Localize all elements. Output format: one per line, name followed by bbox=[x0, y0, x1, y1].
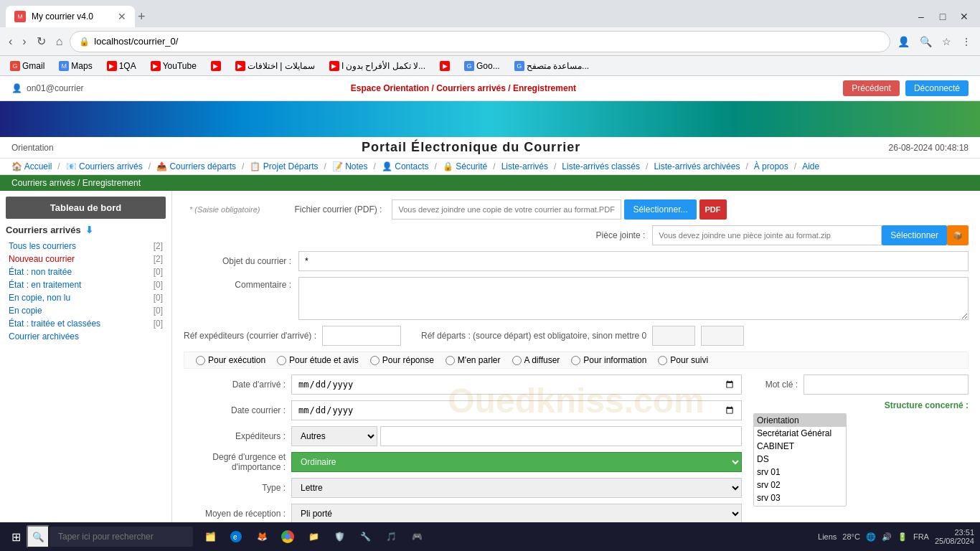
ref-year-input[interactable]: 2024 bbox=[701, 326, 744, 346]
structure-select[interactable]: Orientation Secrétariat Général CABINET … bbox=[753, 413, 847, 507]
radio-pour-reponse[interactable]: Pour réponse bbox=[370, 355, 434, 365]
copie-link[interactable]: En copie bbox=[9, 306, 42, 316]
sidebar-item-non-traite[interactable]: État : non traitée [0] bbox=[6, 265, 166, 278]
expediteurs-text-input[interactable] bbox=[380, 426, 742, 446]
bookmark-help[interactable]: G مساعدة متصفح... bbox=[510, 60, 593, 72]
sidebar-item-nouveau[interactable]: Nouveau courrier [2] bbox=[6, 253, 166, 265]
nav-courriers-arrives[interactable]: 📧 Courriers arrivés bbox=[66, 161, 143, 171]
download-icon[interactable]: ⬇ bbox=[85, 225, 93, 235]
non-traite-link[interactable]: État : non traitée bbox=[9, 267, 72, 277]
taskbar-app1[interactable]: 🔧 bbox=[354, 525, 377, 548]
taskbar-edge[interactable]: e bbox=[225, 525, 248, 548]
moyen-select[interactable]: Pli porté Fax Email Courrier bbox=[291, 504, 742, 524]
new-tab-button[interactable]: + bbox=[138, 9, 146, 24]
sidebar-item-archive[interactable]: Courrier archivées bbox=[6, 330, 166, 343]
tab-close-button[interactable]: ✕ bbox=[118, 11, 126, 22]
more-icon[interactable]: ⋮ bbox=[958, 33, 974, 50]
radio-reponse-input[interactable] bbox=[370, 356, 380, 365]
refresh-button[interactable]: ↻ bbox=[34, 32, 49, 51]
tous-courriers-link[interactable]: Tous les courriers bbox=[9, 241, 76, 251]
ref-num-input[interactable]: 0 bbox=[652, 326, 695, 346]
sidebar-item-copie-non-lu[interactable]: En copie, non lu [0] bbox=[6, 291, 166, 304]
sidebar-item-en-traitement[interactable]: État : en traitement [0] bbox=[6, 278, 166, 291]
precedent-button[interactable]: Précédent bbox=[843, 80, 900, 96]
expediteurs-select[interactable]: Autres bbox=[291, 426, 377, 446]
start-button[interactable]: ⊞ bbox=[6, 527, 27, 547]
profile-icon[interactable]: 👤 bbox=[895, 33, 913, 50]
bookmark-yt6[interactable]: ▶ bbox=[435, 60, 454, 72]
nav-liste-arrives[interactable]: Liste-arrivés bbox=[501, 161, 548, 171]
objet-input[interactable] bbox=[298, 251, 969, 271]
bookmark-gmail[interactable]: G Gmail bbox=[6, 60, 49, 72]
maximize-button[interactable]: □ bbox=[933, 9, 953, 24]
sidebar-item-traite-classe[interactable]: État : traitée et classées [0] bbox=[6, 317, 166, 330]
nouveau-courrier-link[interactable]: Nouveau courrier bbox=[9, 254, 75, 264]
bookmark-maps[interactable]: M Maps bbox=[55, 60, 96, 72]
taskbar-firefox[interactable]: 🦊 bbox=[250, 525, 273, 548]
degre-select[interactable]: Ordinaire Urgent Très urgent bbox=[291, 452, 742, 472]
browser-tab[interactable]: M My courrier v4.0 ✕ bbox=[6, 6, 135, 27]
home-button[interactable]: ⌂ bbox=[53, 32, 66, 51]
dashboard-button[interactable]: Tableau de bord bbox=[6, 197, 166, 219]
taskbar-task-view[interactable]: 🗂️ bbox=[199, 525, 222, 548]
taskbar-shield[interactable]: 🛡️ bbox=[328, 525, 351, 548]
nav-courriers-departs[interactable]: 📤 Courriers départs bbox=[156, 161, 236, 171]
select-zip-button[interactable]: Sélectionner bbox=[882, 225, 947, 245]
mot-cle-input[interactable] bbox=[804, 375, 969, 395]
en-traitement-link[interactable]: État : en traitement bbox=[9, 280, 81, 290]
taskbar-search-icon[interactable]: 🔍 bbox=[27, 525, 50, 548]
nav-securite[interactable]: 🔒 Sécurité bbox=[443, 161, 487, 171]
select-pdf-button[interactable]: Sélectionner... bbox=[624, 199, 696, 220]
pdf-button[interactable]: PDF bbox=[699, 199, 727, 220]
nav-notes[interactable]: 📝 Notes bbox=[332, 161, 368, 171]
sidebar-item-tous[interactable]: Tous les courriers [2] bbox=[6, 240, 166, 253]
radio-a-diffuser[interactable]: A diffuser bbox=[512, 355, 560, 365]
traite-classe-link[interactable]: État : traitée et classées bbox=[9, 319, 100, 329]
fichier-input[interactable] bbox=[392, 199, 621, 220]
bookmark-google[interactable]: G Goo... bbox=[460, 60, 504, 72]
forward-button[interactable]: › bbox=[19, 32, 29, 51]
taskbar-app3[interactable]: 🎮 bbox=[405, 525, 428, 548]
bookmark-1qa[interactable]: ▶ 1QA bbox=[103, 60, 141, 72]
nav-contacts[interactable]: 👤 Contacts bbox=[382, 161, 429, 171]
commentaire-textarea[interactable] bbox=[298, 277, 969, 320]
nav-accueil[interactable]: 🏠 Accueil bbox=[11, 161, 52, 171]
radio-pour-etude[interactable]: Pour étude et avis bbox=[277, 355, 359, 365]
ref-exp-input[interactable] bbox=[322, 326, 401, 346]
date-arrivee-input[interactable] bbox=[291, 375, 742, 395]
nav-liste-arrives-classes[interactable]: Liste-arrivés classés bbox=[562, 161, 640, 171]
radio-etude-input[interactable] bbox=[277, 356, 286, 365]
piece-input[interactable] bbox=[652, 225, 882, 245]
address-bar[interactable]: 🔒 localhost/courrier_0/ bbox=[70, 31, 890, 52]
radio-suivi-input[interactable] bbox=[658, 356, 667, 365]
bookmark-icon[interactable]: ☆ bbox=[939, 33, 954, 50]
taskbar-file-explorer[interactable]: 📁 bbox=[302, 525, 325, 548]
bookmark-yt3[interactable]: ▶ bbox=[207, 60, 225, 72]
nav-liste-arrives-archivees[interactable]: Liste-arrivés archivées bbox=[654, 161, 740, 171]
deconnect-button[interactable]: Déconnecté bbox=[905, 80, 969, 96]
radio-men-parler[interactable]: M'en parler bbox=[446, 355, 501, 365]
taskbar-chrome[interactable] bbox=[276, 525, 299, 548]
type-select[interactable]: Lettre Note Décision Circulaire bbox=[291, 478, 742, 498]
radio-pour-execution[interactable]: Pour exécution bbox=[196, 355, 265, 365]
bookmark-yt5[interactable]: ▶ لا تكمل الأفراح بدون ا... bbox=[325, 60, 430, 72]
sidebar-item-copie[interactable]: En copie [0] bbox=[6, 304, 166, 317]
taskbar-app2[interactable]: 🎵 bbox=[380, 525, 402, 548]
radio-info-input[interactable] bbox=[571, 356, 580, 365]
minimize-button[interactable]: – bbox=[911, 9, 931, 24]
radio-pour-suivi[interactable]: Pour suivi bbox=[658, 355, 708, 365]
back-button[interactable]: ‹ bbox=[6, 32, 15, 51]
nav-apropos[interactable]: À propos bbox=[754, 161, 788, 171]
radio-diffuser-input[interactable] bbox=[512, 356, 522, 365]
nav-aide[interactable]: Aide bbox=[802, 161, 819, 171]
bookmark-yt4[interactable]: ▶ سمايلات | اختلافات bbox=[231, 60, 319, 72]
archive-link[interactable]: Courrier archivées bbox=[9, 331, 79, 342]
nav-projet-departs[interactable]: 📋 Projet Départs bbox=[250, 161, 318, 171]
radio-pour-info[interactable]: Pour information bbox=[571, 355, 646, 365]
copie-non-lu-link[interactable]: En copie, non lu bbox=[9, 293, 70, 303]
zip-button[interactable]: 📦 bbox=[947, 225, 969, 245]
radio-men-parler-input[interactable] bbox=[446, 356, 455, 365]
close-button[interactable]: ✕ bbox=[954, 9, 974, 24]
taskbar-search-input[interactable] bbox=[50, 527, 193, 547]
zoom-icon[interactable]: 🔍 bbox=[917, 33, 935, 50]
